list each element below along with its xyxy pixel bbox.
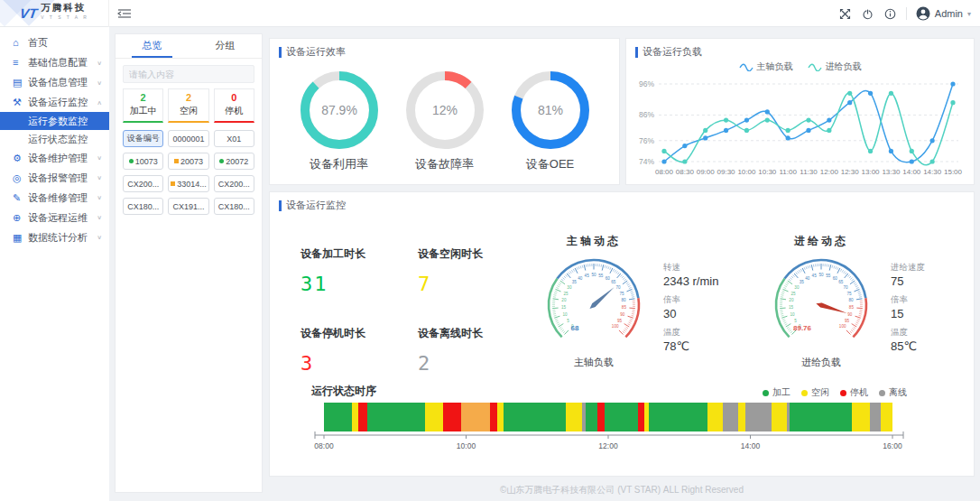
brand-name: 万腾科技 — [41, 3, 88, 13]
gauge-info-value: 78℃ — [663, 339, 718, 353]
sidebar-item[interactable]: ≡基础信息配置∨ — [0, 52, 109, 72]
gauge-block: 主轴动态051015202530354045505560657075808590… — [526, 234, 748, 375]
timeline-legend-空闲[interactable]: 空闲 — [801, 386, 829, 399]
device-button[interactable]: CX180... — [123, 198, 163, 215]
stat-value: 31 — [300, 273, 418, 295]
sidebar-collapse-icon[interactable] — [117, 7, 132, 20]
gauge-dial: 0510152025303540455055606570758085909510… — [526, 249, 661, 354]
sidebar-item[interactable]: ▤设备信息管理∨ — [0, 72, 109, 92]
sidebar-subitem[interactable]: 运行状态监控 — [0, 130, 109, 148]
gauge-info-label: 温度 — [663, 327, 718, 339]
efficiency-card: 设备运行效率 87.9%设备利用率12%设备故障率81%设备OEE — [269, 38, 620, 185]
tab-分组[interactable]: 分组 — [189, 34, 262, 58]
status-label: 空闲 — [169, 105, 208, 117]
sidebar-item[interactable]: ⊕设备远程运维∨ — [0, 208, 109, 227]
maintenance-icon: ⚙ — [13, 153, 28, 164]
timeline-legend-离线[interactable]: 离线 — [879, 386, 907, 399]
stat-value: 3 — [300, 352, 418, 375]
search-box — [123, 65, 254, 83]
donut-title: 设备利用率 — [297, 156, 382, 172]
user-menu[interactable]: Admin ▾ — [916, 6, 971, 21]
timeline-segment-停机 — [358, 403, 366, 431]
svg-text:11:30: 11:30 — [800, 168, 818, 176]
timeline-segment-停机 — [490, 403, 497, 431]
sidebar-menu: ⌂首页≡基础信息配置∨▤设备信息管理∨⚒设备运行监控∧运行参数监控运行状态监控⚙… — [0, 27, 109, 501]
timeline-segment-加工 — [605, 403, 638, 431]
device-button[interactable]: 10073 — [123, 153, 163, 170]
svg-text:50: 50 — [591, 273, 596, 277]
legend-item-主轴负载[interactable]: 主轴负载 — [739, 60, 793, 73]
device-button[interactable]: CX200... — [123, 175, 163, 192]
svg-text:30: 30 — [794, 285, 800, 290]
legend-dot-icon — [840, 390, 846, 396]
svg-text:70: 70 — [616, 285, 622, 290]
sidebar-item[interactable]: ▦数据统计分析∨ — [0, 227, 109, 247]
sidebar-item[interactable]: ⚙设备维护管理∨ — [0, 148, 109, 168]
green-dot-icon — [219, 159, 224, 163]
svg-text:95: 95 — [845, 319, 850, 323]
timeline-segment-空闲 — [881, 403, 892, 431]
orange-square-icon — [171, 181, 175, 186]
svg-text:80: 80 — [849, 298, 855, 302]
svg-text:68: 68 — [571, 324, 579, 332]
device-button[interactable]: CX180... — [214, 198, 254, 215]
donut-chart: 12%设备故障率 — [402, 68, 487, 172]
svg-text:10:30: 10:30 — [758, 168, 777, 176]
base-config-icon: ≡ — [13, 57, 28, 68]
info-icon[interactable] — [883, 7, 897, 21]
timeline-segment-空闲 — [738, 403, 745, 431]
device-button[interactable]: 0000001 — [168, 130, 208, 147]
svg-text:35: 35 — [572, 280, 578, 284]
donut-title: 设备故障率 — [402, 156, 487, 172]
donut-ring: 87.9% — [297, 68, 382, 153]
gauge-body: 0510152025303540455055606570758085909510… — [526, 249, 748, 359]
remote-ops-icon: ⊕ — [13, 212, 28, 224]
gauge-info-label: 倍率 — [663, 294, 718, 306]
svg-text:65: 65 — [611, 280, 616, 284]
search-input[interactable] — [124, 66, 254, 82]
status-cards: 2加工中2空闲0停机 — [123, 88, 254, 123]
device-button[interactable]: 20073 — [168, 153, 208, 170]
device-button[interactable]: 20072 — [214, 153, 254, 170]
tab-总览[interactable]: 总览 — [116, 34, 189, 58]
device-button[interactable]: 设备编号 — [123, 130, 163, 147]
svg-text:15:00: 15:00 — [944, 168, 963, 176]
svg-text:12:00: 12:00 — [820, 168, 839, 176]
legend-dot-icon — [763, 390, 769, 396]
gauge-bottom-label: 进给负载 — [753, 356, 889, 369]
device-button[interactable]: CX191... — [168, 198, 208, 215]
legend-wave-icon — [808, 63, 822, 71]
load-chart-svg: 96%86%76%74%08:0008:3009:0009:3010:0010:… — [626, 73, 967, 183]
sidebar-item[interactable]: ✎设备维修管理∨ — [0, 188, 109, 208]
gauge-info-row: 进给速度75 — [891, 262, 925, 288]
svg-text:80: 80 — [622, 298, 627, 302]
alarm-icon: ◎ — [13, 172, 28, 184]
user-caret-icon: ▾ — [967, 10, 971, 18]
svg-text:40: 40 — [805, 276, 810, 281]
sidebar-item[interactable]: ◎设备报警管理∨ — [0, 168, 109, 188]
sidebar-item[interactable]: ⌂首页 — [0, 32, 109, 52]
timeline-segment-加工 — [367, 403, 425, 431]
device-button[interactable]: CX200... — [214, 175, 254, 192]
device-button[interactable]: X01 — [214, 130, 254, 147]
sidebar-subitem[interactable]: 运行参数监控 — [0, 112, 109, 130]
title-accent — [279, 200, 282, 211]
timeline-legend-停机[interactable]: 停机 — [840, 386, 868, 399]
status-count: 0 — [215, 92, 254, 103]
device-button-label: 20072 — [226, 157, 248, 166]
sidebar-item[interactable]: ⚒设备运行监控∧ — [0, 92, 109, 112]
svg-text:10:00: 10:00 — [737, 168, 756, 176]
svg-text:81%: 81% — [537, 103, 562, 117]
chevron-down-icon: ∨ — [97, 154, 102, 161]
device-button-label: 33014... — [177, 180, 207, 189]
stat-label: 设备停机时长 — [300, 326, 418, 341]
timeline-legend-加工[interactable]: 加工 — [763, 386, 790, 399]
legend-label: 离线 — [889, 386, 907, 399]
fullscreen-icon[interactable] — [838, 7, 852, 21]
legend-item-进给负载[interactable]: 进给负载 — [808, 60, 862, 73]
svg-text:100: 100 — [612, 324, 619, 329]
timeline-segment-加工 — [790, 403, 852, 431]
device-button-label: 20073 — [180, 157, 203, 166]
device-button[interactable]: 33014... — [168, 175, 208, 192]
power-icon[interactable] — [861, 7, 874, 21]
